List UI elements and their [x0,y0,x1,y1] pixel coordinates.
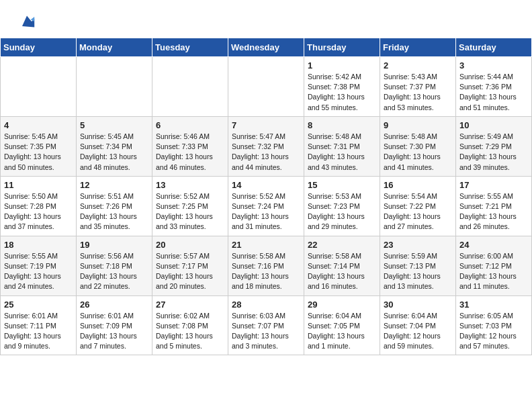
day-info: Sunrise: 5:53 AM Sunset: 7:23 PM Dayligh… [308,191,376,232]
day-info: Sunrise: 5:54 AM Sunset: 7:22 PM Dayligh… [384,191,452,232]
calendar-cell: 10Sunrise: 5:49 AM Sunset: 7:29 PM Dayli… [456,116,532,176]
day-number: 7 [232,120,300,130]
calendar-cell: 13Sunrise: 5:52 AM Sunset: 7:25 PM Dayli… [152,176,228,236]
day-number: 30 [384,300,452,310]
day-number: 13 [156,180,224,190]
weekday-header-wednesday: Wednesday [228,38,304,57]
calendar-cell: 2Sunrise: 5:43 AM Sunset: 7:37 PM Daylig… [380,57,456,117]
calendar-cell: 14Sunrise: 5:52 AM Sunset: 7:24 PM Dayli… [228,176,304,236]
day-number: 2 [384,60,452,71]
day-number: 23 [384,240,452,250]
day-number: 4 [4,120,73,130]
calendar-cell: 5Sunrise: 5:45 AM Sunset: 7:34 PM Daylig… [77,116,152,176]
calendar-cell [152,57,228,117]
calendar-cell: 16Sunrise: 5:54 AM Sunset: 7:22 PM Dayli… [380,176,456,236]
day-info: Sunrise: 5:44 AM Sunset: 7:36 PM Dayligh… [459,72,528,113]
weekday-header-monday: Monday [77,38,152,57]
calendar-cell: 24Sunrise: 6:00 AM Sunset: 7:12 PM Dayli… [456,236,532,295]
calendar-cell: 15Sunrise: 5:53 AM Sunset: 7:23 PM Dayli… [304,176,380,236]
weekday-header-friday: Friday [380,38,456,57]
day-info: Sunrise: 5:55 AM Sunset: 7:21 PM Dayligh… [459,191,528,232]
day-number: 16 [384,180,452,190]
calendar-cell: 25Sunrise: 6:01 AM Sunset: 7:11 PM Dayli… [1,295,77,355]
calendar-cell: 19Sunrise: 5:56 AM Sunset: 7:18 PM Dayli… [77,236,152,295]
day-info: Sunrise: 5:49 AM Sunset: 7:29 PM Dayligh… [459,132,528,173]
day-info: Sunrise: 6:03 AM Sunset: 7:07 PM Dayligh… [232,311,300,352]
calendar-header-row: SundayMondayTuesdayWednesdayThursdayFrid… [1,38,532,57]
calendar-cell [228,57,304,117]
calendar-cell: 3Sunrise: 5:44 AM Sunset: 7:36 PM Daylig… [456,57,532,117]
weekday-header-tuesday: Tuesday [152,38,228,57]
day-info: Sunrise: 5:45 AM Sunset: 7:34 PM Dayligh… [80,132,148,173]
calendar-week-row: 1Sunrise: 5:42 AM Sunset: 7:38 PM Daylig… [1,57,532,117]
calendar-cell: 18Sunrise: 5:55 AM Sunset: 7:19 PM Dayli… [1,236,77,295]
day-info: Sunrise: 5:57 AM Sunset: 7:17 PM Dayligh… [156,251,224,292]
calendar-cell [1,57,77,117]
day-number: 24 [459,240,528,250]
weekday-header-saturday: Saturday [456,38,532,57]
day-info: Sunrise: 6:01 AM Sunset: 7:09 PM Dayligh… [80,311,148,352]
calendar-cell: 29Sunrise: 6:04 AM Sunset: 7:05 PM Dayli… [304,295,380,355]
calendar-cell: 27Sunrise: 6:02 AM Sunset: 7:08 PM Dayli… [152,295,228,355]
day-number: 29 [308,300,376,310]
logo-icon [17,12,36,31]
calendar-cell: 9Sunrise: 5:48 AM Sunset: 7:30 PM Daylig… [380,116,456,176]
day-number: 17 [459,180,528,190]
day-number: 31 [459,300,528,310]
day-info: Sunrise: 5:51 AM Sunset: 7:26 PM Dayligh… [80,191,148,232]
calendar-cell: 20Sunrise: 5:57 AM Sunset: 7:17 PM Dayli… [152,236,228,295]
day-info: Sunrise: 5:42 AM Sunset: 7:38 PM Dayligh… [308,72,376,113]
day-info: Sunrise: 5:52 AM Sunset: 7:25 PM Dayligh… [156,191,224,232]
calendar-cell: 30Sunrise: 6:04 AM Sunset: 7:04 PM Dayli… [380,295,456,355]
calendar-cell: 6Sunrise: 5:46 AM Sunset: 7:33 PM Daylig… [152,116,228,176]
day-number: 20 [156,240,224,250]
day-info: Sunrise: 5:58 AM Sunset: 7:16 PM Dayligh… [232,251,300,292]
day-info: Sunrise: 6:04 AM Sunset: 7:05 PM Dayligh… [308,311,376,352]
weekday-header-thursday: Thursday [304,38,380,57]
day-number: 5 [80,120,148,130]
day-info: Sunrise: 6:02 AM Sunset: 7:08 PM Dayligh… [156,311,224,352]
calendar-cell: 11Sunrise: 5:50 AM Sunset: 7:28 PM Dayli… [1,176,77,236]
day-number: 11 [4,180,73,190]
day-info: Sunrise: 5:43 AM Sunset: 7:37 PM Dayligh… [384,72,452,113]
calendar-cell: 23Sunrise: 5:59 AM Sunset: 7:13 PM Dayli… [380,236,456,295]
day-info: Sunrise: 5:52 AM Sunset: 7:24 PM Dayligh… [232,191,300,232]
day-info: Sunrise: 5:48 AM Sunset: 7:30 PM Dayligh… [384,132,452,173]
day-info: Sunrise: 6:01 AM Sunset: 7:11 PM Dayligh… [4,311,73,352]
day-number: 10 [459,120,528,130]
calendar-cell: 28Sunrise: 6:03 AM Sunset: 7:07 PM Dayli… [228,295,304,355]
day-info: Sunrise: 6:04 AM Sunset: 7:04 PM Dayligh… [384,311,452,352]
day-info: Sunrise: 5:48 AM Sunset: 7:31 PM Dayligh… [308,132,376,173]
day-number: 18 [4,240,73,250]
day-number: 26 [80,300,148,310]
day-info: Sunrise: 5:46 AM Sunset: 7:33 PM Dayligh… [156,132,224,173]
calendar-week-row: 4Sunrise: 5:45 AM Sunset: 7:35 PM Daylig… [1,116,532,176]
day-number: 14 [232,180,300,190]
day-number: 21 [232,240,300,250]
logo [16,12,36,31]
day-number: 27 [156,300,224,310]
day-number: 15 [308,180,376,190]
calendar-table: SundayMondayTuesdayWednesdayThursdayFrid… [0,38,532,355]
day-info: Sunrise: 5:47 AM Sunset: 7:32 PM Dayligh… [232,132,300,173]
day-info: Sunrise: 6:05 AM Sunset: 7:03 PM Dayligh… [459,311,528,352]
calendar-week-row: 25Sunrise: 6:01 AM Sunset: 7:11 PM Dayli… [1,295,532,355]
day-number: 1 [308,60,376,71]
calendar-body: 1Sunrise: 5:42 AM Sunset: 7:38 PM Daylig… [1,57,532,355]
day-info: Sunrise: 5:59 AM Sunset: 7:13 PM Dayligh… [384,251,452,292]
calendar-cell: 26Sunrise: 6:01 AM Sunset: 7:09 PM Dayli… [77,295,152,355]
day-number: 12 [80,180,148,190]
calendar-cell: 8Sunrise: 5:48 AM Sunset: 7:31 PM Daylig… [304,116,380,176]
day-number: 28 [232,300,300,310]
day-number: 9 [384,120,452,130]
day-info: Sunrise: 5:45 AM Sunset: 7:35 PM Dayligh… [4,132,73,173]
day-info: Sunrise: 6:00 AM Sunset: 7:12 PM Dayligh… [459,251,528,292]
svg-marker-0 [22,16,34,28]
calendar-cell: 22Sunrise: 5:58 AM Sunset: 7:14 PM Dayli… [304,236,380,295]
page-header [0,0,532,38]
calendar-week-row: 18Sunrise: 5:55 AM Sunset: 7:19 PM Dayli… [1,236,532,295]
calendar-week-row: 11Sunrise: 5:50 AM Sunset: 7:28 PM Dayli… [1,176,532,236]
day-info: Sunrise: 5:58 AM Sunset: 7:14 PM Dayligh… [308,251,376,292]
calendar-cell: 7Sunrise: 5:47 AM Sunset: 7:32 PM Daylig… [228,116,304,176]
calendar-cell: 1Sunrise: 5:42 AM Sunset: 7:38 PM Daylig… [304,57,380,117]
